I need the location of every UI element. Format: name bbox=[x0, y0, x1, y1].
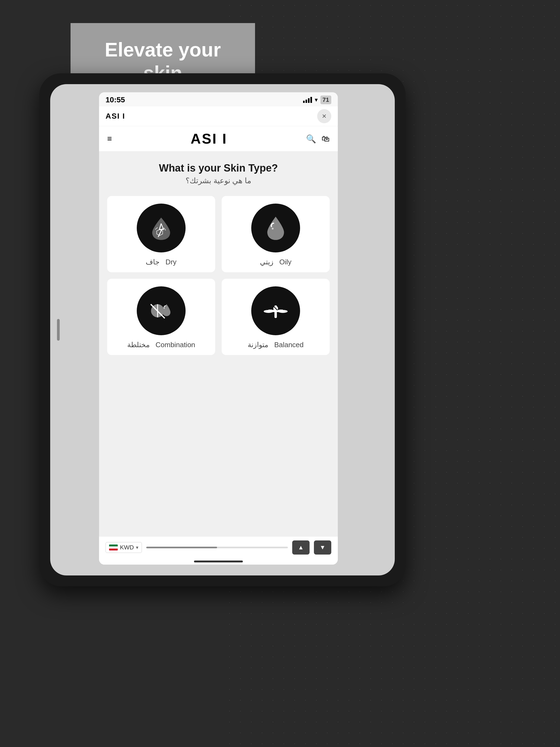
nav-down-button[interactable]: ▼ bbox=[314, 540, 331, 555]
dry-label: Dry جاف bbox=[146, 258, 176, 266]
oily-icon bbox=[261, 213, 291, 243]
app-topbar: ASI I × bbox=[99, 106, 338, 126]
skin-type-arabic-heading: ما هي نوعية بشرتك؟ bbox=[107, 176, 330, 185]
balanced-icon bbox=[261, 296, 291, 326]
tablet-inner: 10:55 ▾ 71 ASI I bbox=[50, 84, 395, 575]
hamburger-menu[interactable]: ≡ bbox=[107, 134, 112, 143]
skin-type-dry[interactable]: Dry جاف bbox=[107, 196, 215, 272]
close-button[interactable]: × bbox=[317, 109, 331, 123]
nav-icons: 🔍 🛍 bbox=[306, 134, 330, 144]
battery-indicator: 71 bbox=[320, 96, 331, 104]
skin-type-heading: What is your Skin Type? bbox=[107, 162, 330, 174]
dry-icon bbox=[146, 213, 176, 243]
skin-type-combination[interactable]: Combination مختلطة bbox=[107, 279, 215, 355]
cart-icon[interactable]: 🛍 bbox=[321, 134, 330, 143]
dry-icon-circle bbox=[137, 204, 186, 253]
svg-point-8 bbox=[278, 310, 288, 313]
skin-type-balanced[interactable]: Balanced متوازنة bbox=[222, 279, 330, 355]
home-indicator bbox=[99, 558, 338, 565]
skin-type-oily[interactable]: Oily زيتي bbox=[222, 196, 330, 272]
nav-bar: ≡ ASI I 🔍 🛍 bbox=[99, 126, 338, 152]
oily-label: Oily زيتي bbox=[260, 258, 291, 266]
app-screen: 10:55 ▾ 71 ASI I bbox=[99, 92, 338, 565]
combination-icon-circle bbox=[137, 286, 186, 335]
app-brand-small: ASI I bbox=[106, 112, 125, 121]
svg-point-7 bbox=[264, 310, 273, 313]
tablet-device: 10:55 ▾ 71 ASI I bbox=[39, 73, 406, 586]
status-icons: ▾ 71 bbox=[303, 96, 331, 104]
nav-up-button[interactable]: ▲ bbox=[292, 540, 310, 555]
combination-label: Combination مختلطة bbox=[127, 341, 195, 349]
progress-fill bbox=[146, 547, 217, 548]
status-bar: 10:55 ▾ 71 bbox=[99, 92, 338, 106]
status-time: 10:55 bbox=[106, 96, 125, 104]
currency-chevron: ▾ bbox=[136, 544, 138, 550]
kuwait-flag bbox=[109, 544, 118, 550]
search-icon[interactable]: 🔍 bbox=[306, 134, 316, 144]
main-content: What is your Skin Type? ما هي نوعية بشرت… bbox=[99, 152, 338, 536]
combination-icon bbox=[146, 296, 176, 326]
oily-icon-circle bbox=[251, 204, 300, 253]
side-tab bbox=[57, 319, 60, 341]
signal-icon bbox=[303, 97, 312, 103]
bottom-bar: KWD ▾ ▲ ▼ bbox=[99, 536, 338, 558]
svg-point-0 bbox=[272, 228, 274, 230]
brand-logo: ASI I bbox=[190, 131, 228, 147]
wifi-icon: ▾ bbox=[315, 96, 318, 103]
balanced-icon-circle bbox=[251, 286, 300, 335]
skin-type-grid: Dry جاف bbox=[107, 196, 330, 355]
currency-selector[interactable]: KWD ▾ bbox=[106, 542, 142, 553]
balanced-label: Balanced متوازنة bbox=[248, 341, 303, 349]
home-indicator-bar bbox=[194, 561, 243, 562]
progress-bar bbox=[146, 547, 288, 548]
